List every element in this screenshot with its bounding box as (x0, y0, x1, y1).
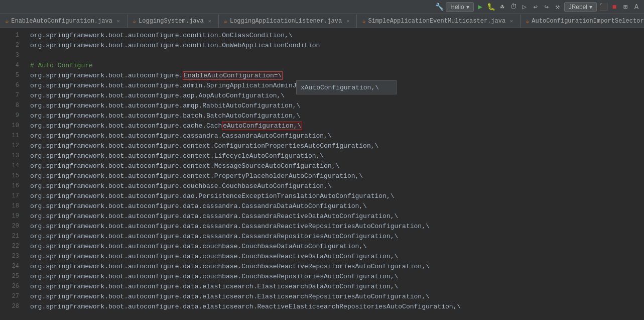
tab-icon: ☕ (362, 18, 365, 25)
tab-close-icon[interactable]: ✕ (508, 18, 515, 25)
tab-label: SimpleApplicationEventMulticaster.java (368, 18, 505, 25)
toolbar: 🔧 Hello ▾ ▶ 🐛 ☘ ⏱ ▷ ↩ ↪ ⚒ JRebel ▾ ⬛ ■ ⊞… (0, 0, 644, 14)
code-line-27: 27 org.springframework.boot.autoconfigur… (0, 291, 644, 301)
code-line-3: 3 (0, 50, 644, 60)
code-line-15: 15 org.springframework.boot.autoconfigur… (0, 171, 644, 181)
code-line-1: 1 org.springframework.boot.autoconfigure… (0, 30, 644, 40)
code-line-28: 28 org.springframework.boot.autoconfigur… (0, 301, 644, 311)
code-line-8: 8 org.springframework.boot.autoconfigure… (0, 100, 644, 111)
autocomplete-popup[interactable]: xAutoConfiguration,\ (296, 80, 397, 94)
code-editor[interactable]: 1 org.springframework.boot.autoconfigure… (0, 28, 644, 320)
tab-close-icon[interactable]: ✕ (115, 18, 122, 25)
code-line-18: 18 org.springframework.boot.autoconfigur… (0, 201, 644, 211)
tab-loggingsystem[interactable]: ☕ LoggingSystem.java ✕ (127, 15, 219, 28)
back-icon[interactable]: ↩ (531, 3, 540, 12)
code-line-26: 26 org.springframework.boot.autoconfigur… (0, 281, 644, 291)
code-line-13: 13 org.springframework.boot.autoconfigur… (0, 151, 644, 161)
hello-button[interactable]: Hello ▾ (446, 2, 473, 12)
code-line-11: 11 org.springframework.boot.autoconfigur… (0, 131, 644, 141)
coverage-icon[interactable]: ☘ (498, 3, 507, 12)
tab-autoconfigimportselector[interactable]: ☕ AutoConfigurationImportSelector.java ✕ (521, 15, 644, 28)
toolbar-icon-grid[interactable]: ⊞ (621, 3, 630, 12)
build-icon[interactable]: ⚒ (553, 3, 562, 12)
code-line-14: 14 org.springframework.boot.autoconfigur… (0, 161, 644, 171)
selection-enableautoconfiguration: EnableAutoConfiguration=\ (183, 71, 283, 80)
run2-icon[interactable]: ▷ (520, 3, 529, 12)
profile-icon[interactable]: ⏱ (509, 3, 518, 12)
code-line-9: 9 org.springframework.boot.autoconfigure… (0, 111, 644, 121)
code-line-24: 24 org.springframework.boot.autoconfigur… (0, 261, 644, 271)
tab-loggingapplistener[interactable]: ☕ LoggingApplicationListener.java ✕ (219, 15, 357, 28)
tab-label: EnableAutoConfiguration.java (11, 18, 112, 25)
code-line-16: 16 org.springframework.boot.autoconfigur… (0, 181, 644, 191)
tab-bar: ☕ EnableAutoConfiguration.java ✕ ☕ Loggi… (0, 14, 644, 28)
code-line-19: 19 org.springframework.boot.autoconfigur… (0, 211, 644, 221)
code-line-20: 20 org.springframework.boot.autoconfigur… (0, 221, 644, 231)
code-line-5: 5 org.springframework.boot.autoconfigure… (0, 70, 644, 80)
toolbar-icon-stop2[interactable]: ■ (610, 3, 619, 12)
popup-text: xAutoConfiguration,\ (301, 84, 379, 91)
tab-simpleappeventmulticaster[interactable]: ☕ SimpleApplicationEventMulticaster.java… (357, 15, 521, 28)
code-line-10: 10 org.springframework.boot.autoconfigur… (0, 121, 644, 131)
code-line-17: 17 org.springframework.boot.autoconfigur… (0, 191, 644, 201)
tab-icon: ☕ (5, 18, 9, 25)
toolbar-icon-stop[interactable]: ⬛ (599, 3, 608, 12)
code-line-12: 12 org.springframework.boot.autoconfigur… (0, 141, 644, 151)
hello-dropdown-icon: ▾ (466, 4, 469, 11)
debug-icon[interactable]: 🐛 (487, 3, 496, 12)
code-line-21: 21 org.springframework.boot.autoconfigur… (0, 231, 644, 241)
code-line-25: 25 org.springframework.boot.autoconfigur… (0, 271, 644, 281)
code-line-4: 4 # Auto Configure (0, 60, 644, 70)
wrench-icon[interactable]: 🔧 (435, 3, 444, 12)
tab-icon: ☕ (526, 18, 529, 25)
forward-icon[interactable]: ↪ (542, 3, 551, 12)
code-line-2: 2 org.springframework.boot.autoconfigure… (0, 40, 644, 50)
tab-enableautoconfiguration[interactable]: ☕ EnableAutoConfiguration.java ✕ (0, 15, 127, 28)
code-line-6: 6 org.springframework.boot.autoconfigure… (0, 80, 644, 90)
jrebel-label: JRebel (569, 4, 587, 11)
jrebel-button[interactable]: JRebel ▾ (564, 2, 597, 12)
tab-close-icon[interactable]: ✕ (206, 18, 213, 25)
tab-label: AutoConfigurationImportSelector.java (532, 18, 644, 25)
tab-label: LoggingSystem.java (139, 18, 204, 25)
selection-cacheautoconfig: eAutoConfiguration,\ (222, 122, 302, 130)
tab-close-icon[interactable]: ✕ (344, 18, 351, 25)
run-icon[interactable]: ▶ (476, 3, 485, 12)
code-line-22: 22 org.springframework.boot.autoconfigur… (0, 241, 644, 251)
toolbar-icon-translate[interactable]: A (632, 3, 641, 12)
jrebel-dropdown-icon: ▾ (589, 4, 592, 11)
tab-label: LoggingApplicationListener.java (230, 18, 342, 25)
tab-icon: ☕ (133, 18, 136, 25)
tab-icon: ☕ (224, 18, 227, 25)
code-line-23: 23 org.springframework.boot.autoconfigur… (0, 251, 644, 261)
hello-label: Hello (450, 4, 464, 11)
